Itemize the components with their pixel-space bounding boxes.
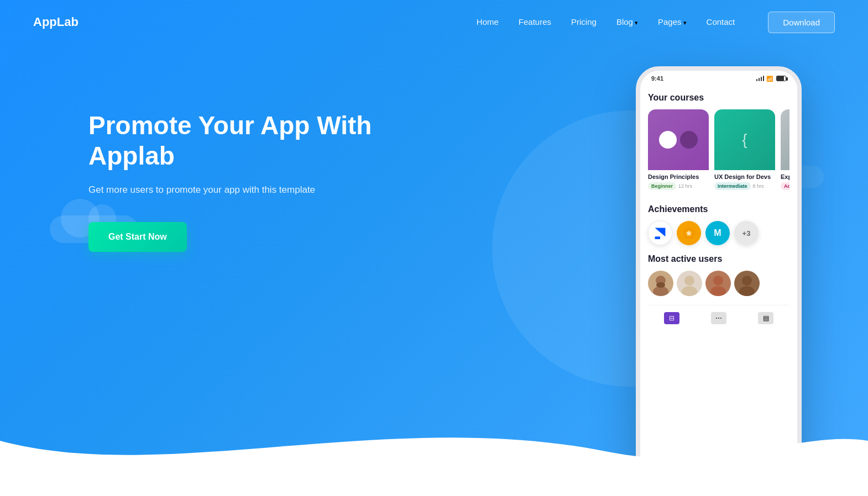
- course-thumb-3: [781, 109, 789, 170]
- users-avatars: [648, 271, 789, 296]
- phone-status-bar: 9:41 📶: [640, 71, 797, 85]
- achievements-title: Achievements: [648, 204, 789, 214]
- bottom-nav-home[interactable]: ⊟: [664, 312, 679, 324]
- nav-home[interactable]: Home: [477, 17, 499, 27]
- bottom-navigation: ⊟ ⋯ ▤: [648, 305, 789, 329]
- user-avatar-2: [677, 271, 702, 296]
- nav-features[interactable]: Features: [519, 17, 551, 27]
- svg-point-11: [739, 286, 755, 296]
- navbar: AppLab Home Features Pricing Blog Pages …: [0, 0, 868, 44]
- battery-icon: [776, 76, 786, 81]
- bottom-nav-profile[interactable]: ▤: [758, 312, 773, 324]
- plus-badge: +3: [734, 221, 759, 245]
- courses-row: Design Principles Beginner 12 hrs {: [648, 109, 789, 193]
- toggle-white: [659, 131, 677, 149]
- signal-icon: [756, 76, 764, 81]
- user-avatar-4: [734, 271, 760, 296]
- svg-point-6: [684, 276, 694, 286]
- course-name-3: Explor...: [781, 173, 789, 180]
- cta-button[interactable]: Get Start Now: [88, 222, 187, 252]
- achievements-section: Achievements: [648, 204, 789, 245]
- framer-badge: [648, 221, 672, 245]
- bottom-nav-chat[interactable]: ⋯: [711, 312, 726, 324]
- svg-point-10: [742, 276, 752, 286]
- badge-advanced: Advanced: [781, 182, 789, 190]
- toggle-purple: [680, 131, 698, 149]
- user-avatar-3: [705, 271, 731, 296]
- wifi-icon: 📶: [766, 76, 773, 82]
- svg-point-5: [656, 282, 665, 288]
- users-title: Most active users: [648, 254, 789, 264]
- m-label: M: [714, 228, 721, 238]
- download-button[interactable]: Download: [768, 12, 835, 33]
- nav-links: Home Features Pricing Blog Pages Contact: [477, 17, 735, 27]
- brand-logo[interactable]: AppLab: [33, 15, 79, 29]
- sketch-badge: [677, 221, 701, 245]
- home-nav-icon: ⊟: [664, 312, 679, 324]
- course-thumb-2: {: [714, 109, 775, 170]
- hero-title: Promote Your App With Applab: [88, 110, 398, 171]
- chat-nav-icon: ⋯: [711, 312, 726, 324]
- badge-beginner: Beginner: [648, 182, 676, 190]
- nav-blog[interactable]: Blog: [616, 17, 633, 27]
- course-name-1: Design Principles: [648, 173, 709, 180]
- phone-time: 9:41: [651, 75, 663, 82]
- badge-intermediate: Intermediate: [714, 182, 751, 190]
- course-hours-2: 8 hrs: [753, 183, 764, 189]
- hero-content: Promote Your App With Applab Get more us…: [88, 110, 398, 252]
- course-card-2[interactable]: { UX Design for Devs Intermediate 8 hrs: [714, 109, 775, 193]
- hero-wave: [0, 397, 868, 496]
- squiggle-icon: {: [742, 131, 747, 149]
- nav-contact[interactable]: Contact: [707, 17, 735, 27]
- achievements-icons: M +3: [648, 221, 789, 245]
- svg-point-7: [682, 286, 697, 296]
- profile-nav-icon: ▤: [758, 312, 773, 324]
- toggle-widget: [659, 131, 698, 149]
- nav-pages[interactable]: Pages: [658, 17, 682, 27]
- course-name-2: UX Design for Devs: [714, 173, 775, 180]
- course-card-3[interactable]: Explor... Advanced: [781, 109, 789, 193]
- plus-label: +3: [742, 229, 751, 238]
- user-avatar-1: [648, 271, 673, 296]
- svg-point-8: [713, 276, 723, 286]
- m-badge: M: [705, 221, 730, 245]
- courses-section-title: Your courses: [648, 93, 789, 103]
- status-icons: 📶: [756, 76, 786, 82]
- users-section: Most active users: [648, 254, 789, 296]
- svg-point-9: [710, 286, 726, 296]
- hero-section: AppLab Home Features Pricing Blog Pages …: [0, 0, 868, 496]
- course-card-1[interactable]: Design Principles Beginner 12 hrs: [648, 109, 709, 193]
- hero-subtitle: Get more users to promote your app with …: [88, 184, 398, 196]
- nav-pricing[interactable]: Pricing: [571, 17, 597, 27]
- course-hours-1: 12 hrs: [678, 183, 692, 189]
- course-thumb-1: [648, 109, 709, 170]
